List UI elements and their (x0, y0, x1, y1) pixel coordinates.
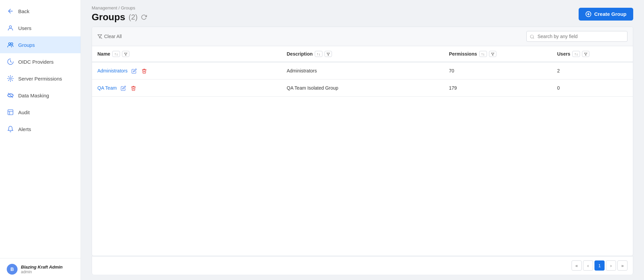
sidebar-item-groups[interactable]: Groups (0, 36, 81, 53)
sidebar-item-audit[interactable]: Audit (0, 104, 81, 121)
sidebar-item-label: Users (18, 25, 31, 31)
sidebar-item-label: Groups (18, 42, 35, 48)
svg-line-13 (533, 38, 534, 39)
group-name-link-1[interactable]: QA Team (97, 85, 117, 91)
groups-table-container: Clear All Name (92, 27, 633, 256)
page-title: Groups (92, 12, 125, 23)
col-permissions: Permissions ↑↓ (443, 46, 552, 62)
breadcrumb: Management / Groups (92, 5, 147, 10)
clear-all-button[interactable]: Clear All (97, 34, 122, 39)
svg-line-11 (101, 38, 102, 39)
svg-marker-15 (327, 53, 330, 56)
create-group-label: Create Group (594, 11, 626, 17)
sidebar-footer: B Blazing Kraft Admin admin (0, 258, 81, 280)
sort-users-button[interactable]: ↑↓ (572, 51, 580, 57)
search-wrap (526, 31, 627, 42)
sort-permissions-button[interactable]: ↑↓ (479, 51, 487, 57)
svg-marker-14 (124, 53, 127, 56)
svg-point-0 (9, 26, 12, 28)
sidebar-item-data-masking[interactable]: Data Masking (0, 87, 81, 104)
data-table: Name ↑↓ Description ↑↓ (92, 46, 633, 256)
filter-permissions-button[interactable] (489, 51, 496, 57)
header-left: Management / Groups Groups (2) (92, 5, 147, 23)
groups-icon (7, 41, 14, 49)
refresh-icon[interactable] (141, 14, 147, 21)
col-users: Users ↑↓ (552, 46, 633, 62)
sidebar-item-alerts[interactable]: Alerts (0, 121, 81, 137)
pagination-bar: « ‹ 1 › » (92, 256, 633, 275)
sidebar-item-label: Audit (18, 110, 30, 115)
sidebar: Back Users Groups (0, 0, 81, 280)
sidebar-nav: Back Users Groups (0, 0, 81, 258)
cell-description-1: QA Team Isolated Group (281, 80, 444, 97)
cell-name-1: QA Team (92, 80, 281, 97)
sidebar-item-users[interactable]: Users (0, 20, 81, 36)
svg-rect-6 (8, 110, 13, 115)
main-content: Management / Groups Groups (2) Create Gr… (81, 0, 644, 280)
svg-marker-17 (584, 53, 587, 56)
filter-description-button[interactable] (325, 51, 332, 57)
clear-all-label: Clear All (104, 34, 122, 39)
count-badge: (2) (129, 13, 138, 22)
table-row: QA Team (92, 80, 633, 97)
filter-users-button[interactable] (582, 51, 589, 57)
cell-description-0: Administrators (281, 62, 444, 80)
sidebar-back-label: Back (18, 8, 29, 14)
sidebar-item-oidc[interactable]: OIDC Providers (0, 53, 81, 70)
group-name-link-0[interactable]: Administrators (97, 68, 127, 73)
back-icon (7, 7, 14, 15)
pagination-last-button[interactable]: » (617, 260, 627, 271)
cell-permissions-1: 179 (443, 80, 552, 97)
users-icon (7, 24, 14, 32)
delete-group-button-0[interactable] (141, 67, 148, 74)
table-toolbar: Clear All (92, 27, 633, 46)
edit-group-button-0[interactable] (131, 67, 137, 74)
svg-point-2 (11, 43, 13, 45)
oidc-icon (7, 58, 14, 65)
col-description: Description ↑↓ (281, 46, 444, 62)
sidebar-item-label: OIDC Providers (18, 59, 54, 65)
cell-users-1: 0 (552, 80, 633, 97)
filter-name-button[interactable] (122, 51, 129, 57)
svg-point-1 (9, 43, 11, 45)
pagination-current-page[interactable]: 1 (594, 260, 605, 271)
svg-marker-16 (491, 53, 494, 56)
edit-group-button-1[interactable] (120, 84, 127, 92)
sidebar-item-server-permissions[interactable]: Server Permissions (0, 70, 81, 87)
sidebar-item-label: Server Permissions (18, 76, 62, 82)
sidebar-item-label: Data Masking (18, 93, 49, 98)
table-row: Administrators (92, 62, 633, 80)
search-input[interactable] (526, 31, 627, 42)
col-name: Name ↑↓ (92, 46, 281, 62)
audit-icon (7, 108, 14, 116)
data-masking-icon (7, 92, 14, 99)
cell-users-0: 2 (552, 62, 633, 80)
sort-description-button[interactable]: ↑↓ (315, 51, 323, 57)
page-title-row: Groups (2) (92, 12, 147, 23)
footer-role: admin (21, 270, 63, 274)
svg-point-3 (10, 78, 11, 80)
cell-permissions-0: 70 (443, 62, 552, 80)
pagination-prev-button[interactable]: ‹ (583, 260, 593, 271)
sidebar-item-label: Alerts (18, 126, 31, 132)
alerts-icon (7, 125, 14, 133)
search-icon (530, 34, 534, 39)
pagination-first-button[interactable]: « (572, 260, 582, 271)
delete-group-button-1[interactable] (130, 84, 137, 92)
footer-username: Blazing Kraft Admin (21, 265, 63, 270)
footer-user-info: Blazing Kraft Admin admin (21, 265, 63, 274)
create-group-button[interactable]: Create Group (579, 8, 633, 21)
sort-name-button[interactable]: ↑↓ (112, 51, 120, 57)
server-permissions-icon (7, 75, 14, 82)
page-header: Management / Groups Groups (2) Create Gr… (81, 0, 644, 27)
avatar: B (7, 264, 18, 275)
cell-name-0: Administrators (92, 62, 281, 80)
sidebar-item-back[interactable]: Back (0, 3, 81, 20)
pagination-next-button[interactable]: › (606, 260, 616, 271)
